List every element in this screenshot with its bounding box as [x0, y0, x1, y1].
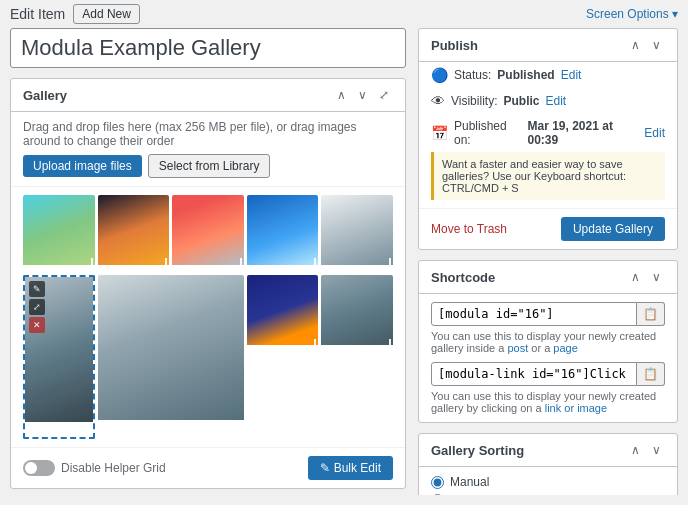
shortcode2-field: 📋: [431, 362, 665, 386]
link-or-image-link[interactable]: link or image: [545, 402, 607, 414]
shortcode-collapse-down-btn[interactable]: ∨: [648, 269, 665, 285]
sort-manual-radio[interactable]: [431, 476, 444, 489]
publish-collapse-down-btn[interactable]: ∨: [648, 37, 665, 53]
resize-handle[interactable]: [230, 425, 242, 437]
move-to-trash-link[interactable]: Move to Trash: [431, 222, 507, 236]
published-on-edit-link[interactable]: Edit: [644, 126, 665, 140]
shortcode-collapse-up-btn[interactable]: ∧: [627, 269, 644, 285]
shortcode1-field: 📋: [431, 302, 665, 326]
gallery-collapse-down-btn[interactable]: ∨: [354, 87, 371, 103]
main-content: Gallery ∧ ∨ ⤢ Drag and drop files here (…: [0, 28, 688, 505]
gallery-item[interactable]: [321, 195, 393, 272]
published-on-value: Mar 19, 2021 at 00:39: [528, 119, 639, 147]
sorting-options: Manual Date created - newest first Date …: [419, 467, 677, 495]
helper-grid-toggle[interactable]: [23, 460, 55, 476]
publish-status-row: 🔵 Status: Published Edit: [419, 62, 677, 88]
sort-manual-label: Manual: [450, 475, 489, 489]
shortcode-meta-box-controls: ∧ ∨: [627, 269, 665, 285]
shortcode1-copy-button[interactable]: 📋: [637, 302, 665, 326]
resize-handle[interactable]: [81, 258, 93, 270]
gallery-expand-btn[interactable]: ⤢: [375, 87, 393, 103]
resize-handle[interactable]: [379, 258, 391, 270]
page-heading: Edit Item: [10, 6, 65, 22]
shortcode1-input[interactable]: [431, 302, 637, 326]
resize-handle[interactable]: [79, 423, 91, 435]
publish-actions: Move to Trash Update Gallery: [419, 208, 677, 249]
move-tool[interactable]: ⤢: [29, 299, 45, 315]
gallery-item-large[interactable]: [98, 275, 244, 439]
published-on-label: Published on:: [454, 119, 522, 147]
gallery-meta-box-title: Gallery: [23, 88, 67, 103]
shortcode-title: Shortcode: [431, 270, 495, 285]
publish-collapse-up-btn[interactable]: ∧: [627, 37, 644, 53]
page-link[interactable]: page: [553, 342, 577, 354]
shortcode2-copy-button[interactable]: 📋: [637, 362, 665, 386]
gallery-meta-box: Gallery ∧ ∨ ⤢ Drag and drop files here (…: [10, 78, 406, 489]
status-edit-link[interactable]: Edit: [561, 68, 582, 82]
status-value: Published: [497, 68, 554, 82]
edit-tool[interactable]: ✎: [29, 281, 45, 297]
sorting-collapse-down-btn[interactable]: ∨: [648, 442, 665, 458]
item-tools: ✎ ⤢ ✕: [29, 281, 45, 333]
tip-text: Want a faster and easier way to save gal…: [442, 158, 626, 194]
or-text: or a: [528, 342, 553, 354]
dropzone-text: Drag and drop files here (max 256 MB per…: [23, 120, 393, 148]
resize-handle[interactable]: [155, 258, 167, 270]
visibility-label: Visibility:: [451, 94, 497, 108]
bulk-edit-button[interactable]: ✎ Bulk Edit: [308, 456, 393, 480]
visibility-value: Public: [503, 94, 539, 108]
sort-date-newest-label: Date created - newest first: [450, 493, 590, 495]
sort-date-newest-radio[interactable]: [431, 494, 444, 496]
gallery-item-large[interactable]: ✎ ⤢ ✕: [23, 275, 95, 439]
gallery-item[interactable]: [98, 195, 170, 272]
gallery-item[interactable]: [247, 275, 319, 352]
update-gallery-button[interactable]: Update Gallery: [561, 217, 665, 241]
publish-meta-box: Publish ∧ ∨ 🔵 Status: Published Edit 👁 V…: [418, 28, 678, 250]
top-bar: Edit Item Add New Screen Options ▾: [0, 0, 688, 28]
shortcode1-help: You can use this to display your newly c…: [431, 330, 665, 354]
gallery-collapse-up-btn[interactable]: ∧: [333, 87, 350, 103]
screen-options-button[interactable]: Screen Options ▾: [586, 7, 678, 21]
delete-tool[interactable]: ✕: [29, 317, 45, 333]
visibility-icon: 👁: [431, 93, 445, 109]
status-label: Status:: [454, 68, 491, 82]
publish-meta-box-header: Publish ∧ ∨: [419, 29, 677, 62]
calendar-icon: 📅: [431, 125, 448, 141]
publish-title: Publish: [431, 38, 478, 53]
shortcode-meta-box: Shortcode ∧ ∨ 📋 You can use this to disp…: [418, 260, 678, 423]
gallery-item[interactable]: [321, 275, 393, 352]
gallery-title-input[interactable]: [10, 28, 406, 68]
resize-handle[interactable]: [304, 258, 316, 270]
sort-manual-option[interactable]: Manual: [431, 475, 665, 489]
visibility-edit-link[interactable]: Edit: [545, 94, 566, 108]
sorting-collapse-up-btn[interactable]: ∧: [627, 442, 644, 458]
add-new-button[interactable]: Add New: [73, 4, 140, 24]
helper-grid-label: Disable Helper Grid: [61, 461, 166, 475]
disable-helper-grid: Disable Helper Grid: [23, 460, 166, 476]
gallery-item[interactable]: [23, 195, 95, 272]
select-library-button[interactable]: Select from Library: [148, 154, 271, 178]
edit-item-title: Edit Item Add New: [10, 4, 140, 24]
shortcode2-help: You can use this to display your newly c…: [431, 390, 665, 414]
publish-meta-box-controls: ∧ ∨: [627, 37, 665, 53]
shortcode2-help-text: You can use this to display your newly c…: [431, 390, 656, 414]
toggle-knob: [25, 462, 37, 474]
gallery-meta-box-header: Gallery ∧ ∨ ⤢: [11, 79, 405, 112]
publish-visibility-row: 👁 Visibility: Public Edit: [419, 88, 677, 114]
sorting-meta-box-controls: ∧ ∨: [627, 442, 665, 458]
resize-handle[interactable]: [304, 339, 316, 351]
resize-handle[interactable]: [230, 258, 242, 270]
shortcode2-input[interactable]: [431, 362, 637, 386]
gallery-item[interactable]: [172, 195, 244, 272]
upload-images-button[interactable]: Upload image files: [23, 155, 142, 177]
post-link[interactable]: post: [507, 342, 528, 354]
wp-admin: Edit Item Add New Screen Options ▾ Galle…: [0, 0, 688, 505]
sort-date-newest-option[interactable]: Date created - newest first: [431, 493, 665, 495]
sorting-meta-box-header: Gallery Sorting ∧ ∨: [419, 434, 677, 467]
publish-date-row: 📅 Published on: Mar 19, 2021 at 00:39 Ed…: [419, 114, 677, 152]
status-icon: 🔵: [431, 67, 448, 83]
resize-handle[interactable]: [379, 339, 391, 351]
gallery-item[interactable]: [247, 195, 319, 272]
sorting-title: Gallery Sorting: [431, 443, 524, 458]
gallery-dropzone: Drag and drop files here (max 256 MB per…: [11, 112, 405, 187]
